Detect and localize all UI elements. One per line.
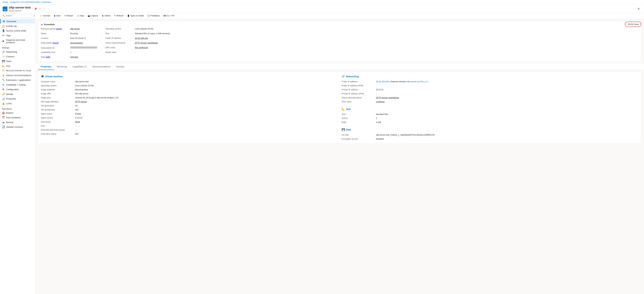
sidebar-item-properties[interactable]: 📊 Properties [0, 96, 35, 101]
sidebar-item-diagnose[interactable]: ✖ Diagnose and solve problems [0, 38, 35, 45]
more-button[interactable]: ... [42, 7, 46, 10]
dns-detail-value[interactable]: Configure [376, 101, 385, 103]
sidebar-item-connect[interactable]: ⚡ Connect [0, 54, 35, 59]
disk-group-icon: 💾 [342, 128, 345, 131]
sidebar-item-availability[interactable]: ⚖ Availability + scaling [0, 82, 35, 87]
sidebar-item-auto-shutdown[interactable]: ⏰ Auto-shutdown [0, 115, 35, 120]
detail-row-ppg: Proximity placement group - [41, 128, 338, 132]
sidebar-label-overview: Overview [6, 20, 16, 23]
size-detail-group: 📐 Size Size Standard B2s vCPUs 2 RAM [342, 108, 638, 124]
tab-tutorials[interactable]: Tutorials [113, 64, 127, 70]
sidebar-item-size[interactable]: 📐 Size [0, 64, 35, 68]
connect-button[interactable]: ⚡ Connect [38, 14, 52, 18]
essentials-row-sub-id: Subscription ID : [41, 46, 97, 50]
collapse-sidebar-button[interactable]: « [33, 14, 35, 17]
sidebar-item-identity[interactable]: 🔑 Identity [0, 92, 35, 96]
sidebar-item-defender[interactable]: 🛡 Microsoft Defender for Cloud [0, 68, 35, 73]
sidebar-item-configuration[interactable]: ⚙ Configuration [0, 87, 35, 92]
activity-log-icon: 📋 [2, 25, 5, 27]
sidebar-item-tags[interactable]: 🏷 Tags [0, 33, 35, 38]
detail-row-host-group: Host group None [41, 120, 338, 124]
locks-icon: 🔒 [2, 102, 5, 105]
right-panel: ⚡ Connect ▶ Start ↺ Restart ⬜ Stop 📷 Cap… [35, 13, 644, 294]
detail-os-value: Linux (ubuntu 20.04) [75, 84, 94, 87]
essentials-chevron[interactable]: ▲ [41, 23, 43, 26]
sidebar-item-backup[interactable]: ☁ Backup [0, 120, 35, 125]
dns-value[interactable]: Not configured [135, 46, 148, 49]
tab-properties[interactable]: Properties [38, 64, 54, 70]
open-mobile-button[interactable]: 📱 Open in mobile [126, 14, 146, 18]
access-control-icon: 👤 [2, 29, 5, 32]
public-ipv6-value: - [376, 84, 376, 87]
tags-value[interactable]: Add tags [70, 56, 78, 58]
sidebar-label-connect: Connect [6, 55, 14, 58]
feedback-button[interactable]: 💬 Feedback [146, 14, 162, 18]
sidebar-search-input[interactable] [6, 14, 31, 17]
sidebar-item-bastion[interactable]: 🏰 Bastion [0, 111, 35, 115]
vnet-value[interactable]: SFTP-Server-vnet/default [135, 42, 158, 44]
detail-row-img-publisher: Image publisher elmcomputing [41, 88, 338, 91]
essentials-left-col: Resource group (move) : sftp-server Stat… [41, 28, 97, 59]
delete-button[interactable]: 🗑 Delete [100, 14, 112, 18]
size-detail-value: Standard B2s [376, 113, 388, 116]
cli-ps-button[interactable]: ⌨ CLI / PS [162, 14, 176, 18]
sidebar-item-activity-log[interactable]: 📋 Activity log [0, 24, 35, 28]
sidebar-label-identity: Identity [6, 93, 13, 95]
essentials-inner: Resource group (move) : sftp-server Stat… [41, 28, 638, 59]
subscription-value[interactable]: elmcomputing [70, 42, 83, 44]
vm-image-def-value[interactable]: SFTP-Server [75, 101, 87, 103]
rg-value[interactable]: sftp-server [70, 28, 80, 30]
size-group-title: 📐 Size [342, 108, 638, 111]
sidebar-label-advisor: Advisor recommendations [6, 74, 31, 77]
essentials-divider [101, 28, 101, 59]
refresh-button[interactable]: ↻ Refresh [112, 14, 125, 18]
vnet-detail-value[interactable]: SFTP-Server-vnet/default [376, 97, 399, 99]
sidebar-item-access-control[interactable]: 👤 Access control (IAM) [0, 28, 35, 33]
sidebar-item-overview[interactable]: ⊞ Overview [0, 19, 35, 24]
breadcrumb: Home › CreateVm-1.0.0-20231001114511 | O… [0, 0, 644, 4]
nic-link[interactable]: sftp-server-test753_z1 [407, 80, 427, 83]
tab-recommendations[interactable]: Recommendations [90, 64, 113, 70]
configuration-icon: ⚙ [2, 88, 5, 91]
size-group-icon: 📐 [342, 108, 345, 111]
detail-row-private-ip: Private IP address 10.0.0.5 [342, 88, 638, 91]
capture-button[interactable]: 📷 Capture [86, 14, 100, 18]
close-button[interactable]: ✕ [636, 6, 641, 11]
sidebar-item-advisor[interactable]: 💡 Advisor recommendations [0, 73, 35, 78]
host-group-value[interactable]: None [75, 121, 80, 123]
encryption-value: Disabled [376, 138, 384, 140]
restart-button[interactable]: ↺ Restart [62, 14, 75, 18]
json-view-button[interactable]: JSON View [625, 22, 641, 27]
stop-button[interactable]: ⬜ Stop [75, 14, 86, 18]
restart-icon: ↺ [64, 14, 66, 17]
ppg-value: - [75, 129, 76, 131]
sidebar-item-disaster-recovery[interactable]: 🔄 Disaster recovery [0, 125, 35, 129]
public-ip-detail-value[interactable]: 20.42.108.164 [376, 80, 389, 83]
mobile-icon: 📱 [127, 14, 130, 17]
tags-edit-link[interactable]: (edit) [46, 56, 50, 58]
sidebar-item-extensions[interactable]: 🔧 Extensions + applications [0, 78, 35, 82]
sub-move-link[interactable]: (move) [52, 42, 58, 44]
location-value: East US (Zone 1) [70, 37, 86, 39]
detail-row-osdisk: OS disk sftp-server-test_OsDisk_1_1bb49b… [342, 133, 638, 137]
breadcrumb-home[interactable]: Home [3, 1, 8, 3]
diagnose-icon: ✖ [2, 40, 5, 43]
breadcrumb-createvm[interactable]: CreateVm-1.0.0-20231001114511 | Overview [10, 1, 51, 3]
star-button[interactable]: ☆ [38, 7, 42, 10]
page-title: sftp-server-test [9, 6, 31, 9]
public-ip-value[interactable]: 20.42.108.164 [135, 37, 148, 39]
health-value: - [135, 51, 136, 53]
tab-monitoring[interactable]: Monitoring [54, 64, 70, 70]
sidebar-item-networking[interactable]: 🔗 Networking [0, 49, 35, 54]
tab-capabilities[interactable]: Capabilities (7) [70, 64, 90, 70]
pin-button[interactable]: 📌 [34, 7, 38, 10]
capture-icon: 📷 [88, 14, 90, 17]
rg-move-link[interactable]: (move) [56, 28, 62, 30]
start-button[interactable]: ▶ Start [52, 14, 62, 18]
sidebar-label-auto-shutdown: Auto-shutdown [6, 116, 21, 119]
detail-row-agent-status: Agent status Ready [41, 112, 338, 116]
sidebar-item-disks[interactable]: 💾 Disks [0, 59, 35, 64]
sidebar-item-locks[interactable]: 🔒 Locks [0, 101, 35, 106]
backup-icon: ☁ [2, 121, 5, 124]
detail-row-size: Size Standard B2s [342, 113, 638, 116]
